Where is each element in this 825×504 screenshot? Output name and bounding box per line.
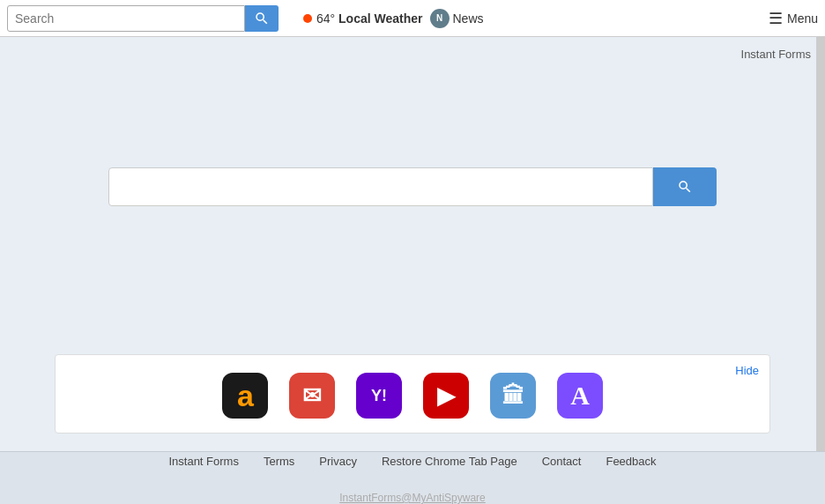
- hamburger-icon: ☰: [769, 9, 783, 28]
- inbox-icon: ✉: [289, 373, 335, 419]
- search-icon: [254, 11, 270, 26]
- footer: Instant Forms Terms Privacy Restore Chro…: [0, 451, 825, 504]
- topbar: 64° Local Weather N News ☰ Menu: [0, 0, 825, 37]
- footer-terms[interactable]: Terms: [264, 455, 294, 468]
- amazon-icon: a: [222, 373, 268, 419]
- center-search-input[interactable]: [108, 167, 653, 206]
- shortcut-inbox[interactable]: ✉: [289, 373, 335, 419]
- center-search-icon: [677, 179, 693, 195]
- shortcut-amazon[interactable]: a: [222, 373, 268, 419]
- news-icon: N: [430, 9, 450, 28]
- weather-icon: [303, 14, 312, 23]
- shortcut-yahoo[interactable]: Y!: [356, 373, 402, 419]
- footer-privacy[interactable]: Privacy: [319, 455, 357, 468]
- shortcuts-bar: Hide a ✉ Y!: [55, 354, 770, 434]
- instant-forms-top-label: Instant Forms: [741, 48, 811, 61]
- news-link[interactable]: N News: [430, 9, 484, 28]
- shortcut-bank[interactable]: 🏛: [490, 373, 536, 419]
- top-search-form: [7, 5, 289, 32]
- menu-section[interactable]: ☰ Menu: [769, 9, 818, 28]
- shortcuts-icons: a ✉ Y! ▶: [77, 373, 748, 419]
- footer-contact[interactable]: Contact: [542, 455, 582, 468]
- bank-icon: 🏛: [490, 373, 536, 419]
- scrollbar-track[interactable]: [816, 37, 825, 451]
- center-search-form: [108, 167, 717, 206]
- weather-temp: 64°: [316, 11, 335, 26]
- center-search-area: [0, 37, 825, 354]
- yahoo-icon: Y!: [356, 373, 402, 419]
- news-label: News: [453, 11, 484, 26]
- center-search-button[interactable]: [653, 167, 717, 206]
- weather-text: 64° Local Weather: [316, 11, 423, 26]
- footer-bottom-text: InstantForms@MyAntiSpyware: [339, 492, 486, 504]
- footer-feedback[interactable]: Feedback: [606, 455, 656, 468]
- footer-instant-forms[interactable]: Instant Forms: [168, 455, 238, 468]
- shortcut-text-editor[interactable]: A: [557, 373, 603, 419]
- top-search-input[interactable]: [7, 5, 245, 32]
- text-editor-icon: A: [557, 373, 603, 419]
- menu-label: Menu: [787, 11, 818, 26]
- top-search-button[interactable]: [245, 5, 279, 32]
- youtube-icon: ▶: [423, 373, 469, 419]
- main-content: Instant Forms Hide a ✉: [0, 37, 825, 451]
- weather-section[interactable]: 64° Local Weather: [303, 11, 423, 26]
- shortcut-youtube[interactable]: ▶: [423, 373, 469, 419]
- weather-label: Local Weather: [338, 11, 422, 26]
- footer-restore[interactable]: Restore Chrome Tab Page: [382, 455, 517, 468]
- hide-button[interactable]: Hide: [735, 364, 759, 377]
